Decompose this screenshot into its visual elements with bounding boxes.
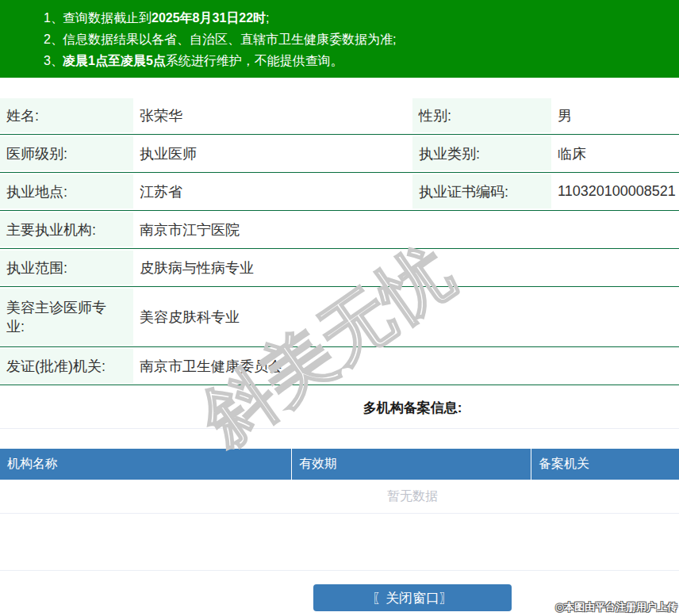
records-table: 机构名称 有效期 备案机关 暂无数据 [0,449,679,571]
field-label-practice-category: 执业类别: [412,135,551,172]
notice-number: 2、 [44,29,63,50]
field-label-practice-scope: 执业范围: [0,249,133,286]
table-row: 执业地点: 江苏省 执业证书编码: 110320100008521 [0,173,679,211]
button-row: 〖关闭窗口〗 [0,584,679,611]
table-row: 主要执业机构: 南京市江宁医院 [0,211,679,249]
empty-data-placeholder: 暂无数据 [0,480,679,514]
field-value-practice-category: 临床 [551,135,679,172]
table-row: 美容主诊医师专业: 美容皮肤科专业 [0,287,679,347]
column-header-institution-name: 机构名称 [0,449,292,480]
notice-line-1: 1、 查询数据截止到2025年8月31日22时; [44,7,679,29]
notice-text: 信息数据结果以各省、自治区、直辖市卫生健康委数据为准; [63,29,396,50]
field-value-doctor-level: 执业医师 [133,135,412,172]
field-label-main-institution: 主要执业机构: [0,211,133,248]
table-row: 执业范围: 皮肤病与性病专业 [0,249,679,287]
doctor-info-table: 姓名: 张荣华 性别: 男 医师级别: 执业医师 执业类别: 临床 执业地点: … [0,97,679,385]
field-value-practice-scope: 皮肤病与性病专业 [133,249,679,286]
field-value-gender: 男 [551,97,679,134]
query-result-window: 1、 查询数据截止到2025年8月31日22时; 2、 信息数据结果以各省、自治… [0,0,679,616]
page-content: 1、 查询数据截止到2025年8月31日22时; 2、 信息数据结果以各省、自治… [0,0,679,611]
notice-number: 3、 [44,50,63,71]
table-row: 发证(批准)机关: 南京市卫生健康委员会 [0,347,679,385]
field-value-issuing-authority: 南京市卫生健康委员会 [133,347,679,385]
notice-text: 查询数据截止到2025年8月31日22时; [63,7,270,29]
field-value-practice-location: 江苏省 [133,173,412,210]
records-empty-area [0,514,679,571]
field-label-doctor-level: 医师级别: [0,135,133,172]
field-value-cosmetic-specialty: 美容皮肤科专业 [133,287,679,346]
close-window-button[interactable]: 〖关闭窗口〗 [313,584,512,611]
column-header-record-authority: 备案机关 [531,449,679,480]
records-table-header: 机构名称 有效期 备案机关 [0,449,679,480]
notice-line-2: 2、 信息数据结果以各省、自治区、直辖市卫生健康委数据为准; [44,29,679,50]
field-label-cosmetic-specialty: 美容主诊医师专业: [0,287,133,346]
field-label-gender: 性别: [412,97,551,134]
field-label-name: 姓名: [0,97,133,134]
field-value-name: 张荣华 [133,97,412,134]
notice-banner: 1、 查询数据截止到2025年8月31日22时; 2、 信息数据结果以各省、自治… [0,0,679,78]
notice-number: 1、 [44,7,63,29]
field-label-issuing-authority: 发证(批准)机关: [0,347,133,385]
notice-line-3: 3、 凌晨1点至凌晨5点系统进行维护，不能提供查询。 [44,50,679,71]
table-row: 医师级别: 执业医师 执业类别: 临床 [0,135,679,173]
field-label-practice-location: 执业地点: [0,173,133,210]
multi-institution-section-title: 多机构备案信息: [0,399,679,429]
table-row: 姓名: 张荣华 性别: 男 [0,97,679,135]
notice-text: 凌晨1点至凌晨5点系统进行维护，不能提供查询。 [63,50,343,71]
field-value-main-institution: 南京市江宁医院 [133,211,679,248]
column-header-validity-period: 有效期 [292,449,531,480]
field-label-certificate-number: 执业证书编码: [412,173,551,210]
field-value-certificate-number: 110320100008521 [551,173,679,210]
